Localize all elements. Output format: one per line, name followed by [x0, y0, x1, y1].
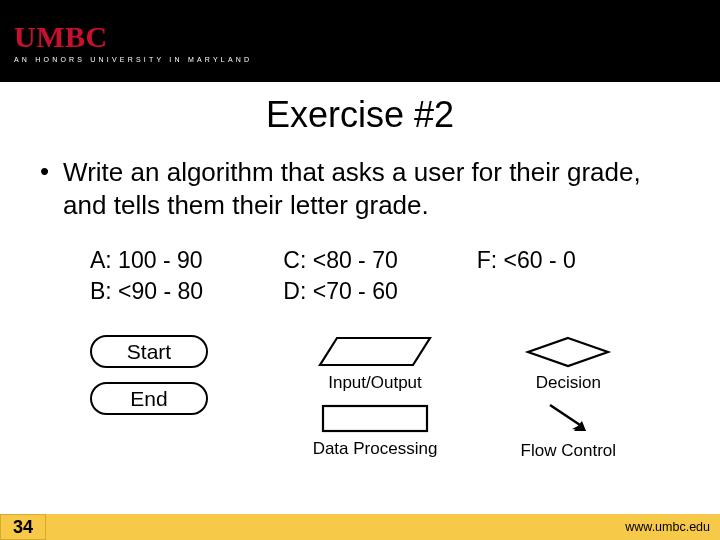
grade-b: B: <90 - 80 — [90, 276, 273, 307]
decision-label: Decision — [536, 373, 601, 393]
end-terminator: End — [90, 382, 208, 415]
grade-c: C: <80 - 70 — [283, 245, 466, 276]
tagline: AN HONORS UNIVERSITY IN MARYLAND — [14, 56, 720, 63]
svg-line-3 — [550, 405, 580, 425]
decision-flow-col: Decision Flow Control — [477, 335, 660, 461]
header-bar: UMBC AN HONORS UNIVERSITY IN MARYLAND — [0, 0, 720, 82]
arrow-icon — [538, 401, 598, 437]
io-label: Input/Output — [328, 373, 422, 393]
start-label: Start — [127, 340, 171, 364]
svg-rect-1 — [323, 406, 427, 431]
footer-url: www.umbc.edu — [625, 520, 710, 534]
diamond-icon — [523, 335, 613, 369]
terminator-col: Start End — [90, 335, 273, 429]
grade-d: D: <70 - 60 — [283, 276, 466, 307]
io-proc-col: Input/Output Data Processing — [283, 335, 466, 459]
parallelogram-icon — [315, 335, 435, 369]
slide-title: Exercise #2 — [0, 94, 720, 136]
proc-label: Data Processing — [313, 439, 438, 459]
flow-label: Flow Control — [521, 441, 616, 461]
end-label: End — [130, 387, 167, 411]
bullet-dot: • — [40, 156, 49, 221]
start-terminator: Start — [90, 335, 208, 368]
svg-marker-2 — [528, 338, 608, 366]
grade-a: A: 100 - 90 — [90, 245, 273, 276]
bullet-text: Write an algorithm that asks a user for … — [63, 156, 680, 221]
grade-grid: A: 100 - 90 B: <90 - 80 C: <80 - 70 D: <… — [90, 245, 660, 307]
footer-bar: 34 www.umbc.edu — [0, 514, 720, 540]
page-number: 34 — [0, 514, 46, 540]
symbol-row: Start End Input/Output Data Processing D… — [90, 335, 660, 461]
svg-marker-0 — [320, 338, 430, 365]
logo: UMBC — [14, 20, 720, 54]
grade-f: F: <60 - 0 — [477, 245, 660, 276]
bullet-block: • Write an algorithm that asks a user fo… — [40, 156, 680, 221]
rectangle-icon — [315, 403, 435, 435]
